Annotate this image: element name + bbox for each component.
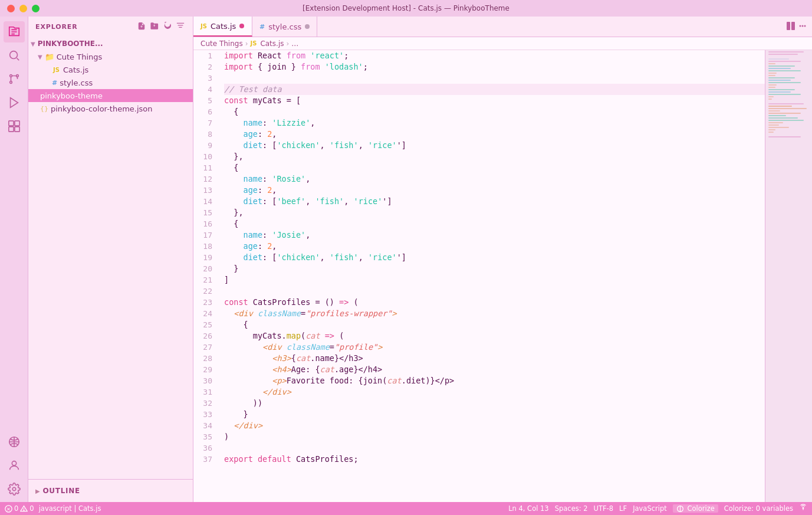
- code-line-17: name: 'Josie',: [224, 229, 765, 241]
- svg-rect-12: [787, 22, 790, 30]
- colorize-vars-indicator[interactable]: Colorize: 0 variables: [724, 504, 793, 513]
- sidebar: Explorer ▼ PINKYBOOTHE...: [28, 17, 193, 502]
- js-file-icon: JS: [52, 67, 61, 73]
- code-line-14: diet: ['beef', 'fish', 'rice'']: [224, 196, 765, 207]
- file-style-css[interactable]: # style.css: [28, 76, 193, 89]
- window-title: [Extension Development Host] - Cats.js —…: [303, 4, 509, 12]
- svg-rect-21: [768, 63, 775, 64]
- new-file-button[interactable]: [136, 21, 147, 33]
- svg-marker-4: [10, 98, 18, 108]
- code-line-20: }: [224, 263, 765, 274]
- tabs-right-actions: [781, 17, 812, 37]
- minimize-button[interactable]: [19, 5, 27, 12]
- code-line-8: age: 2,: [224, 129, 765, 140]
- svg-point-54: [24, 510, 24, 511]
- svg-rect-7: [8, 127, 13, 132]
- tabs-spacer: [317, 17, 781, 37]
- svg-rect-25: [768, 73, 777, 74]
- encoding-indicator[interactable]: UTF-8: [594, 504, 614, 513]
- activity-bar: [0, 17, 28, 502]
- more-actions-button[interactable]: [798, 21, 807, 32]
- folder-cute-things[interactable]: ▼ 📁 Cute Things: [28, 50, 193, 63]
- spaces-indicator[interactable]: Spaces: 2: [555, 504, 588, 513]
- file-pinkyboo-color-theme[interactable]: {} pinkyboo-color-theme.json: [28, 102, 193, 115]
- code-line-22: [224, 286, 765, 297]
- error-count: 0: [14, 504, 18, 513]
- svg-rect-6: [14, 121, 19, 126]
- branch-label: javascript |: [39, 504, 77, 513]
- editor-and-minimap: 1234567891011121314151617181920212223242…: [193, 50, 812, 502]
- language-indicator[interactable]: JavaScript: [633, 504, 667, 513]
- new-folder-button[interactable]: [149, 21, 160, 33]
- tab-style-css[interactable]: # style.css: [252, 17, 317, 37]
- split-editor-button[interactable]: [786, 21, 795, 32]
- outline-arrow: ▶: [35, 488, 40, 494]
- account-icon[interactable]: [4, 455, 25, 476]
- window-controls[interactable]: [7, 5, 40, 12]
- line-ending-indicator[interactable]: LF: [619, 504, 627, 513]
- tab-style-css-label: style.css: [268, 22, 301, 31]
- branch-indicator[interactable]: javascript | Cats.js: [39, 504, 101, 513]
- warning-count: 0: [29, 504, 34, 513]
- svg-rect-24: [768, 70, 801, 71]
- refresh-button[interactable]: [162, 21, 173, 33]
- svg-text:✕: ✕: [6, 506, 11, 511]
- file-label: Cats.js: [63, 65, 88, 74]
- code-line-23: const CatsProfiles = () => (: [224, 297, 765, 308]
- svg-rect-40: [768, 110, 780, 111]
- breadcrumb-file[interactable]: Cats.js: [260, 40, 284, 48]
- file-cats-js[interactable]: JS Cats.js: [28, 63, 193, 76]
- collapse-all-button[interactable]: [175, 21, 186, 33]
- minimap: [765, 50, 812, 502]
- code-line-16: {: [224, 218, 765, 229]
- files-icon[interactable]: [4, 21, 25, 42]
- remote-icon[interactable]: [4, 431, 25, 452]
- sidebar-title: Explorer: [35, 23, 78, 31]
- tab-cats-js-dot: [239, 24, 244, 28]
- close-button[interactable]: [7, 5, 15, 12]
- file-pinkyboo-theme[interactable]: pinkyboo-theme: [28, 89, 193, 102]
- svg-rect-26: [768, 75, 775, 76]
- errors-indicator[interactable]: ✕ 0 0: [5, 504, 34, 513]
- svg-rect-49: [768, 132, 774, 133]
- code-line-32: )): [224, 398, 765, 409]
- svg-rect-32: [768, 89, 795, 90]
- code-content[interactable]: import React from 'react';import { join …: [219, 50, 765, 502]
- search-icon[interactable]: [4, 45, 25, 66]
- sidebar-header: Explorer: [28, 17, 193, 37]
- extensions-icon[interactable]: [4, 116, 25, 137]
- svg-point-0: [9, 51, 17, 59]
- position-indicator[interactable]: Ln 4, Col 13: [508, 504, 549, 513]
- run-icon[interactable]: [4, 92, 25, 113]
- code-line-33: }: [224, 409, 765, 420]
- breadcrumb-folder[interactable]: Cute Things: [200, 40, 243, 48]
- svg-rect-38: [768, 106, 792, 107]
- title-bar: [Extension Development Host] - Cats.js —…: [0, 0, 812, 17]
- maximize-button[interactable]: [32, 5, 40, 12]
- svg-rect-17: [768, 51, 804, 53]
- svg-rect-50: [768, 136, 801, 137]
- theme-label: pinkyboo-theme: [40, 91, 103, 100]
- tree-root[interactable]: ▼ PINKYBOOTHE...: [28, 37, 193, 50]
- source-control-icon[interactable]: [4, 68, 25, 90]
- colorize-button[interactable]: Colorize: [673, 504, 718, 513]
- tab-cats-js[interactable]: JS Cats.js: [193, 17, 252, 37]
- outline-section[interactable]: ▶ OUTLINE: [35, 484, 186, 497]
- broadcast-icon[interactable]: [799, 504, 807, 514]
- svg-rect-44: [768, 120, 804, 121]
- colorize-label: Colorize: [687, 504, 714, 513]
- json-file-icon: {}: [40, 105, 48, 113]
- code-line-7: name: 'Lizzie',: [224, 117, 765, 129]
- svg-rect-39: [768, 108, 807, 109]
- svg-rect-22: [768, 65, 795, 67]
- svg-point-14: [800, 25, 801, 27]
- settings-icon[interactable]: [4, 478, 25, 500]
- code-line-27: <div className="profile">: [224, 342, 765, 353]
- svg-rect-18: [768, 54, 798, 55]
- tab-css-icon: #: [259, 23, 265, 31]
- breadcrumb-symbol[interactable]: …: [291, 40, 298, 48]
- code-line-3: [224, 73, 765, 84]
- svg-rect-37: [768, 103, 804, 104]
- code-editor[interactable]: 1234567891011121314151617181920212223242…: [193, 50, 765, 502]
- code-line-31: </div>: [224, 386, 765, 398]
